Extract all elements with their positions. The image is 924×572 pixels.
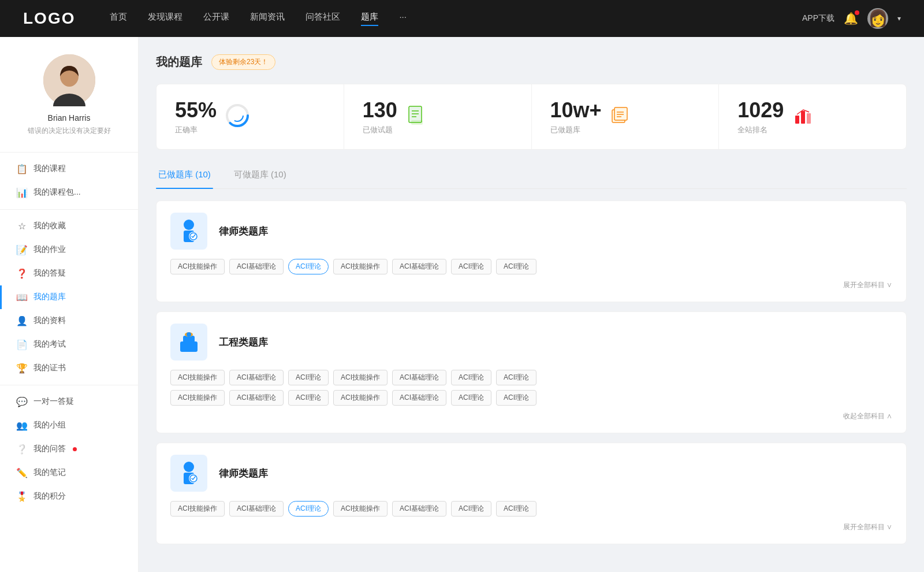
eng-tag-7[interactable]: ACI技能操作 xyxy=(170,390,225,406)
sidebar-item-notes[interactable]: ✏️ 我的笔记 xyxy=(0,461,138,485)
eng-tag-5[interactable]: ACI理论 xyxy=(451,370,491,385)
sidebar-item-course-pack[interactable]: 📊 我的课程包... xyxy=(0,181,138,205)
notification-dot xyxy=(855,10,859,15)
questions-icon: ❔ xyxy=(16,444,28,455)
eng-tag-1[interactable]: ACI基础理论 xyxy=(229,370,284,385)
svg-point-28 xyxy=(184,462,194,472)
nav-link-discover[interactable]: 发现课程 xyxy=(148,12,182,26)
l2-tag-4[interactable]: ACI基础理论 xyxy=(392,501,446,517)
qbank-expand-engineer[interactable]: 收起全部科目 ∧ xyxy=(843,411,892,421)
favorites-icon: ☆ xyxy=(16,221,28,232)
sidebar-profile: Brian Harris 错误的决定比没有决定要好 xyxy=(0,54,138,147)
l2-tag-3[interactable]: ACI技能操作 xyxy=(333,501,388,517)
nav-link-qa[interactable]: 问答社区 xyxy=(305,12,340,26)
eng-tag-2[interactable]: ACI理论 xyxy=(288,370,329,385)
stat-ranking-number: 1029 xyxy=(737,98,784,122)
l2-tag-0[interactable]: ACI技能操作 xyxy=(170,501,225,517)
course-icon: 📋 xyxy=(16,164,28,174)
avatar[interactable]: 👩 xyxy=(867,8,888,29)
nav-link-home[interactable]: 首页 xyxy=(110,12,127,26)
qbank-tags-lawyer-1: ACI技能操作 ACI基础理论 ACI理论 ACI技能操作 ACI基础理论 AC… xyxy=(170,259,892,274)
sidebar-item-profile[interactable]: 👤 我的资料 xyxy=(0,309,138,333)
tab-done[interactable]: 已做题库 (10) xyxy=(156,164,213,188)
l2-tag-5[interactable]: ACI理论 xyxy=(451,501,491,517)
eng-tag-6[interactable]: ACI理论 xyxy=(496,370,536,385)
eng-tag-9[interactable]: ACI理论 xyxy=(288,390,329,406)
tag-5[interactable]: ACI理论 xyxy=(451,259,491,274)
sidebar-item-qa-answer[interactable]: ❓ 我的答疑 xyxy=(0,262,138,285)
stat-done-questions-icon xyxy=(407,105,427,128)
stat-done-questions-number: 130 xyxy=(363,98,397,122)
stat-ranking-content: 1029 全站排名 xyxy=(737,98,784,135)
homework-icon: 📝 xyxy=(16,244,28,255)
sidebar-divider-1 xyxy=(0,152,138,153)
l2-tag-2[interactable]: ACI理论 xyxy=(288,501,329,517)
eng-tag-8[interactable]: ACI基础理论 xyxy=(229,390,284,406)
tag-6[interactable]: ACI理论 xyxy=(496,259,536,274)
qbank-tags-engineer-row1: ACI技能操作 ACI基础理论 ACI理论 ACI技能操作 ACI基础理论 AC… xyxy=(170,370,892,385)
eng-tag-13[interactable]: ACI理论 xyxy=(496,390,536,406)
tag-4[interactable]: ACI基础理论 xyxy=(392,259,446,274)
stat-done-qbank-icon xyxy=(611,105,632,128)
sidebar-motto: 错误的决定比没有决定要好 xyxy=(12,126,126,136)
stat-ranking-label: 全站排名 xyxy=(737,125,784,135)
eng-tag-10[interactable]: ACI技能操作 xyxy=(333,390,388,406)
avatar-dropdown-arrow[interactable]: ▾ xyxy=(897,14,901,23)
notes-icon: ✏️ xyxy=(16,467,28,478)
l2-tag-1[interactable]: ACI基础理论 xyxy=(229,501,284,517)
tag-1[interactable]: ACI基础理论 xyxy=(229,259,284,274)
sidebar-item-questions[interactable]: ❔ 我的问答 xyxy=(0,437,138,461)
eng-tag-11[interactable]: ACI基础理论 xyxy=(392,390,446,406)
engineer-icon xyxy=(170,324,207,361)
nav-links: 首页 发现课程 公开课 新闻资讯 问答社区 题库 ··· xyxy=(110,12,802,26)
qbank-title-engineer: 工程类题库 xyxy=(219,336,268,349)
eng-tag-3[interactable]: ACI技能操作 xyxy=(333,370,388,385)
sidebar-item-exam[interactable]: 📄 我的考试 xyxy=(0,333,138,356)
qbank-expand-1[interactable]: 展开全部科目 ∨ xyxy=(843,280,892,290)
sidebar-item-favorites[interactable]: ☆ 我的收藏 xyxy=(0,214,138,238)
navbar: LOGO 首页 发现课程 公开课 新闻资讯 问答社区 题库 ··· APP下载 … xyxy=(0,0,924,37)
qbank-title-lawyer-2: 律师类题库 xyxy=(219,467,268,480)
app-download-button[interactable]: APP下载 xyxy=(802,13,834,24)
tag-0[interactable]: ACI技能操作 xyxy=(170,259,225,274)
qbank-card-lawyer-2: 律师类题库 ACI技能操作 ACI基础理论 ACI理论 ACI技能操作 ACI基… xyxy=(156,443,907,544)
eng-tag-0[interactable]: ACI技能操作 xyxy=(170,370,225,385)
questions-badge xyxy=(73,447,77,451)
notification-bell[interactable]: 🔔 xyxy=(844,12,858,25)
sidebar-divider-3 xyxy=(0,385,138,385)
nav-link-open[interactable]: 公开课 xyxy=(203,12,229,26)
course-pack-icon: 📊 xyxy=(16,187,28,198)
layout: Brian Harris 错误的决定比没有决定要好 📋 我的课程 📊 我的课程包… xyxy=(0,37,924,572)
sidebar-item-cert[interactable]: 🏆 我的证书 xyxy=(0,356,138,380)
sidebar-item-qa-label: 我的答疑 xyxy=(33,268,66,278)
nav-link-more[interactable]: ··· xyxy=(399,12,407,26)
sidebar-item-points[interactable]: 🎖️ 我的积分 xyxy=(0,485,138,508)
sidebar-username: Brian Harris xyxy=(12,113,126,122)
sidebar-item-group-label: 我的小组 xyxy=(33,420,66,430)
logo: LOGO xyxy=(23,9,75,28)
tag-3[interactable]: ACI技能操作 xyxy=(333,259,388,274)
nav-link-qbank[interactable]: 题库 xyxy=(361,12,378,26)
qbank-title-lawyer-1: 律师类题库 xyxy=(219,225,268,238)
main-content: 我的题库 体验剩余23天！ 55% 正确率 xyxy=(139,37,924,572)
sidebar-item-qbank[interactable]: 📖 我的题库 xyxy=(0,285,138,309)
qbank-expand-3[interactable]: 展开全部科目 ∨ xyxy=(843,522,892,532)
sidebar-item-homework[interactable]: 📝 我的作业 xyxy=(0,238,138,262)
sidebar-item-course-label: 我的课程 xyxy=(33,164,66,174)
stat-accuracy-label: 正确率 xyxy=(175,125,217,135)
sidebar-item-1on1[interactable]: 💬 一对一答疑 xyxy=(0,390,138,414)
svg-rect-18 xyxy=(801,111,805,124)
cert-icon: 🏆 xyxy=(16,363,28,374)
eng-tag-12[interactable]: ACI理论 xyxy=(451,390,491,406)
sidebar: Brian Harris 错误的决定比没有决定要好 📋 我的课程 📊 我的课程包… xyxy=(0,37,139,572)
page-header: 我的题库 体验剩余23天！ xyxy=(156,54,907,70)
1on1-icon: 💬 xyxy=(16,396,28,407)
tab-available[interactable]: 可做题库 (10) xyxy=(232,164,289,188)
tag-2[interactable]: ACI理论 xyxy=(288,259,329,274)
sidebar-item-course[interactable]: 📋 我的课程 xyxy=(0,157,138,181)
sidebar-item-group[interactable]: 👥 我的小组 xyxy=(0,414,138,437)
qbank-footer-1: 展开全部科目 ∨ xyxy=(170,280,892,290)
eng-tag-4[interactable]: ACI基础理论 xyxy=(392,370,446,385)
nav-link-news[interactable]: 新闻资讯 xyxy=(250,12,285,26)
l2-tag-6[interactable]: ACI理论 xyxy=(496,501,536,517)
